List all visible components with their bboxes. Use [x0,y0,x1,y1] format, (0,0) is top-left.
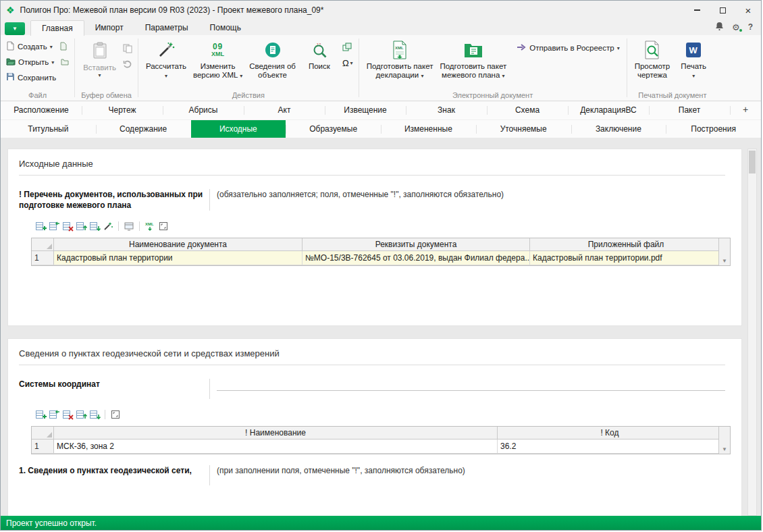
minimize-button[interactable] [684,1,710,20]
tab-izmenennye[interactable]: Измененные [381,120,476,138]
object-info-icon [264,40,282,60]
paste-button[interactable]: Вставить ▾ [79,38,120,78]
ribbon-group-edoc: XML Подготовить пакет декларации ▾ Подго… [359,35,627,101]
select-all-corner[interactable] [32,238,54,250]
close-button[interactable]: × [735,1,761,20]
tab-help[interactable]: Помощь [199,20,252,35]
cell-coordinate-system-name[interactable]: МСК-36, зона 2 [54,440,498,453]
tab-parameters[interactable]: Параметры [134,20,199,35]
tab-zaklyuchenie[interactable]: Заключение [571,120,666,138]
open-alt-button[interactable] [59,57,70,68]
ribbon-group-file: Создать ▾ Открыть ▾ [1,35,74,101]
tab-paket[interactable]: Пакет [649,101,730,119]
move-row-down-button[interactable] [88,220,101,232]
insert-row-button[interactable] [47,220,61,232]
add-row-button[interactable] [34,408,47,421]
delete-row-button[interactable] [61,220,74,232]
tab-raspolozhenie[interactable]: Расположение [1,101,82,119]
cell-document-requisites[interactable]: №МО-15/3В-762645 от 03.06.2019, выдан Фи… [302,251,530,265]
add-row-button[interactable] [34,220,47,232]
xml-load-button[interactable]: XML [143,220,157,232]
tab-abrisy[interactable]: Абрисы [163,101,244,119]
tab-deklaracijavs[interactable]: ДекларацияВС [568,101,649,119]
ribbon-row-right: ⚙ ? [715,22,761,32]
gear-status-dot [739,29,742,32]
maximize-button[interactable] [710,1,735,20]
layers-icon [342,43,352,54]
tab-ishodnye[interactable]: Исходные [191,120,286,138]
tab-soderzhanie[interactable]: Содержание [96,120,191,138]
window-view-button[interactable] [122,220,136,232]
page-scrollbar[interactable] [747,149,757,516]
tab-obrazuemye[interactable]: Образуемые [286,120,381,138]
document-tabs-row-1: Расположение Чертеж Абрисы Акт Извещение… [1,101,761,120]
move-row-up-button[interactable] [74,408,88,421]
tab-import[interactable]: Импорт [84,20,134,35]
autofill-wand-button[interactable] [101,220,115,232]
search-button[interactable]: .12 Поиск [299,38,340,72]
corner-triangle-icon [47,432,52,437]
table-scrollbar[interactable]: ▼ [718,427,730,454]
cell-attached-file[interactable]: Кадастровый план территории.pdf [530,251,722,265]
row-number[interactable]: 1 [32,251,54,265]
tab-postroeniya[interactable]: Построения [666,120,761,138]
settings-gear-icon[interactable]: ⚙ [732,23,740,32]
section-divider [19,365,725,365]
add-tab-button[interactable]: + [730,101,761,119]
cell-coordinate-system-code[interactable]: 36.2 [498,440,722,453]
create-button[interactable]: Создать ▾ [5,41,54,53]
copy-button[interactable] [122,43,134,54]
select-all-corner[interactable] [32,427,54,439]
tab-izveshchenie[interactable]: Извещение [325,101,406,119]
cell-document-name[interactable]: Кадастровый план территории [54,251,302,265]
move-row-down-button[interactable] [88,408,101,421]
prepare-declaration-package-button[interactable]: XML Подготовить пакет декларации ▾ [363,38,437,82]
open-button[interactable]: Открыть ▾ [5,57,55,68]
undo-icon[interactable] [122,59,134,69]
delete-row-button[interactable] [61,408,74,421]
expand-table-button[interactable] [109,408,122,421]
create-alt-button[interactable] [58,41,69,53]
notifications-bell-icon[interactable] [715,22,724,32]
geodesic-points-label: 1. Сведения о пунктах геодезической сети… [19,465,207,476]
layers-button[interactable] [341,42,354,55]
coordinate-systems-table-toolbar [34,408,741,421]
svg-text:W: W [689,45,698,55]
status-message: Проект успешно открыт. [6,518,97,528]
expand-table-button[interactable] [157,220,170,232]
title-bar: ❖ Полигон Про: Межевой план версии 09 R0… [1,1,761,20]
help-icon[interactable]: ? [748,22,753,32]
move-row-up-button[interactable] [74,220,88,232]
prepare-plan-package-button[interactable]: Подготовить пакет межевого плана ▾ [436,38,510,82]
omega-button[interactable]: Ω▾ [341,57,354,69]
maximize-icon [720,7,726,14]
save-button[interactable]: Сохранить [5,72,57,83]
plan-folder-icon [464,40,483,60]
tab-znak[interactable]: Знак [406,101,487,119]
table-scrollbar[interactable]: ▼ [718,238,730,265]
tab-utochnyaemye[interactable]: Уточняемые [476,120,571,138]
app-logo-icon: ❖ [6,5,15,16]
print-button[interactable]: W Печать ▾ [673,38,714,82]
scrollbar-thumb[interactable] [749,151,756,174]
page-content: Исходные данные ! Перечень документов, и… [1,138,761,516]
document-small-icon [59,42,68,52]
section-title: Сведения о пунктах геодезической сети и … [19,348,741,358]
tab-titulnyj[interactable]: Титульный [1,120,96,138]
tab-shema[interactable]: Схема [487,101,568,119]
app-menu-button[interactable]: ▼ [5,22,25,35]
insert-row-button[interactable] [47,408,61,421]
tab-chertezh[interactable]: Чертеж [82,101,163,119]
coordinate-systems-input[interactable] [217,379,725,391]
geodesic-points-field-row: 1. Сведения о пунктах геодезической сети… [19,465,728,485]
calculate-button[interactable]: Рассчитать ▾ [142,38,190,82]
tab-home[interactable]: Главная [30,20,84,36]
tab-akt[interactable]: Акт [244,101,325,119]
preview-drawing-button[interactable]: Просмотр чертежа [631,38,674,81]
geodesic-points-hint: (при заполнении поля, отмеченные "!", за… [217,465,465,475]
chevron-down-icon: ▾ [502,73,505,79]
send-to-rosreestr-button[interactable]: Отправить в Росреестр ▾ [514,42,622,54]
change-xml-version-button[interactable]: 09XML Изменить версию XML ▾ [190,38,246,82]
row-number[interactable]: 1 [32,440,54,453]
object-info-button[interactable]: Сведения об объекте [246,38,299,81]
